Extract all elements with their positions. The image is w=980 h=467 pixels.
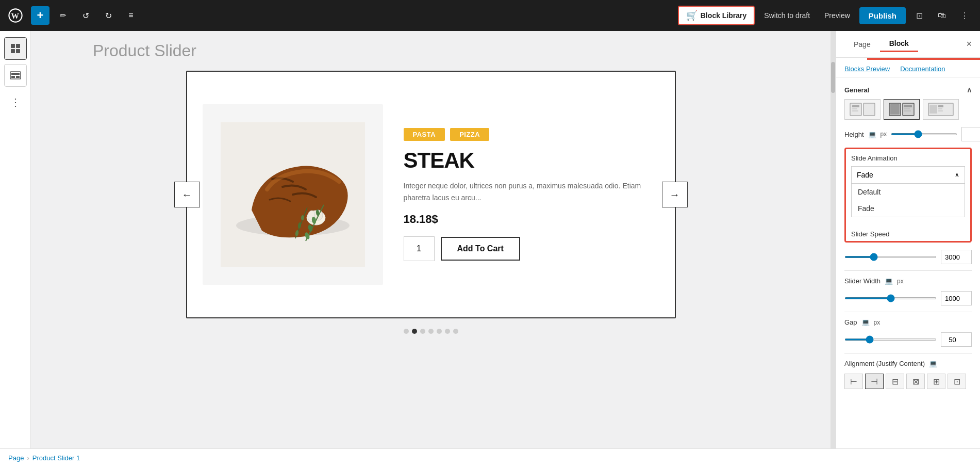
dot-4[interactable]: [428, 329, 434, 334]
dot-7[interactable]: [453, 329, 458, 334]
slider-speed-control: [844, 250, 972, 264]
general-section-label: General ∧: [844, 86, 972, 94]
svg-rect-7: [11, 73, 20, 75]
slide-animation-label: Slide Animation: [851, 154, 965, 162]
slider-width-label: Slider Width: [844, 277, 881, 285]
animation-option-default[interactable]: Default: [852, 184, 965, 200]
cart-button[interactable]: 🛍: [933, 6, 951, 25]
svg-rect-4: [11, 49, 15, 53]
align-btn-4[interactable]: ⊠: [906, 374, 925, 389]
wp-logo[interactable]: W: [6, 6, 25, 25]
panel-content: General ∧: [836, 77, 980, 467]
svg-rect-39: [938, 110, 943, 111]
sub-tab-documentation[interactable]: Documentation: [900, 65, 945, 77]
product-slider-block: ←: [186, 71, 676, 318]
panel-close-button[interactable]: ×: [966, 39, 972, 50]
svg-rect-27: [852, 108, 857, 109]
left-sidebar-layout-icon[interactable]: [4, 64, 27, 87]
product-tags: PASTA PIZZA: [404, 128, 659, 141]
product-tag-pizza: PIZZA: [450, 128, 489, 141]
svg-rect-26: [852, 105, 859, 107]
animation-selected-value: Fade: [857, 171, 873, 179]
animation-option-fade[interactable]: Fade: [852, 200, 965, 217]
svg-rect-37: [938, 105, 943, 107]
block-library-icon: 🛒: [686, 10, 697, 21]
device-icon-alignment: 💻: [929, 360, 937, 367]
dot-6[interactable]: [445, 329, 450, 334]
animation-dropdown-list: Default Fade: [851, 184, 965, 217]
list-view-button[interactable]: ≡: [122, 6, 140, 25]
breadcrumb-separator: ›: [27, 454, 29, 462]
product-price: 18.18$: [404, 213, 659, 226]
svg-rect-34: [904, 110, 911, 111]
left-sidebar-block-icon[interactable]: [4, 37, 27, 60]
slider-dots: [186, 329, 676, 334]
add-block-button[interactable]: +: [31, 6, 49, 25]
block-library-button[interactable]: 🛒 Block Library: [678, 6, 755, 25]
slider-prev-button[interactable]: ←: [174, 182, 200, 207]
svg-rect-28: [852, 110, 858, 111]
width-input[interactable]: [941, 291, 972, 305]
tab-block[interactable]: Block: [880, 36, 918, 52]
dot-5[interactable]: [437, 329, 442, 334]
publish-button[interactable]: Publish: [859, 7, 906, 24]
quantity-input[interactable]: [404, 236, 435, 261]
device-icon-height: 💻: [868, 131, 876, 138]
slider-width-control: Slider Width 💻 px: [844, 277, 972, 285]
height-slider[interactable]: [891, 133, 957, 135]
align-btn-2[interactable]: ⊣: [865, 374, 884, 389]
settings-sidebar-button[interactable]: ⊡: [910, 6, 928, 25]
dot-1[interactable]: [404, 329, 409, 334]
device-icon-width: 💻: [885, 277, 893, 285]
svg-rect-2: [11, 44, 15, 48]
height-input[interactable]: [961, 127, 980, 141]
more-options-button[interactable]: ⋮: [955, 6, 974, 25]
device-icon-gap: 💻: [861, 318, 870, 326]
layout-btn-1[interactable]: [844, 99, 881, 120]
breadcrumb-page-link[interactable]: Page: [8, 454, 24, 462]
dot-2[interactable]: [412, 329, 417, 334]
svg-rect-5: [16, 49, 20, 53]
switch-to-draft-button[interactable]: Switch to draft: [759, 8, 815, 23]
dot-3[interactable]: [420, 329, 425, 334]
slide-animation-dropdown: Fade ∧ Default Fade: [851, 166, 965, 184]
preview-button[interactable]: Preview: [819, 8, 855, 23]
height-unit: px: [881, 131, 887, 138]
width-slider[interactable]: [844, 297, 937, 299]
gap-unit: px: [874, 319, 881, 326]
main-scrollbar[interactable]: [830, 31, 836, 467]
tab-page[interactable]: Page: [844, 36, 880, 52]
product-image: [203, 104, 383, 285]
layout-btn-2[interactable]: [884, 99, 920, 120]
sub-tab-blocks-preview[interactable]: Blocks Preview: [844, 65, 890, 77]
gap-slider-row: [844, 332, 972, 347]
breadcrumb-current-link[interactable]: Product Slider 1: [32, 454, 80, 462]
add-to-cart-button[interactable]: Add To Cart: [441, 237, 520, 261]
speed-input[interactable]: [941, 250, 972, 264]
gap-slider[interactable]: [844, 339, 937, 341]
svg-rect-8: [11, 76, 15, 78]
speed-slider[interactable]: [844, 256, 937, 258]
product-actions: Add To Cart: [404, 236, 659, 261]
gap-input[interactable]: [941, 332, 972, 347]
align-btn-5[interactable]: ⊞: [927, 374, 945, 389]
edit-tool-button[interactable]: ✏: [54, 6, 72, 25]
undo-button[interactable]: ↺: [76, 6, 95, 25]
slider-content: PASTA PIZZA STEAK Integer neque dolor, u…: [383, 128, 659, 261]
product-name: STEAK: [404, 148, 659, 173]
product-slider-wrapper: ←: [186, 71, 676, 334]
layout-btn-3[interactable]: [923, 99, 959, 120]
redo-button[interactable]: ↻: [99, 6, 118, 25]
svg-rect-9: [16, 76, 20, 78]
alignment-buttons: ⊢ ⊣ ⊟ ⊠ ⊞ ⊡: [844, 374, 972, 389]
align-btn-1[interactable]: ⊢: [844, 374, 863, 389]
alignment-control: Alignment (Justify Content) 💻: [844, 360, 972, 367]
animation-dropdown-display[interactable]: Fade ∧: [851, 166, 965, 184]
slider-next-button[interactable]: →: [662, 182, 688, 207]
left-sidebar-more-button[interactable]: ⋮: [4, 91, 27, 114]
svg-rect-38: [938, 108, 942, 109]
block-library-label: Block Library: [701, 11, 746, 20]
slide-animation-section: Slide Animation Fade ∧ Default Fade Slid…: [844, 148, 972, 243]
align-btn-3[interactable]: ⊟: [886, 374, 904, 389]
align-btn-6[interactable]: ⊡: [948, 374, 966, 389]
